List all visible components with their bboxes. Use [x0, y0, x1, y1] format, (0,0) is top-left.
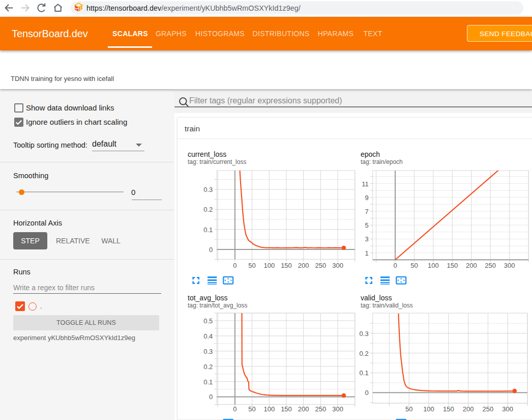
svg-text:200: 200: [466, 262, 477, 269]
svg-text:0.2: 0.2: [360, 350, 369, 357]
svg-text:150: 150: [447, 262, 458, 269]
svg-text:200: 200: [298, 405, 309, 413]
svg-text:0.5: 0.5: [203, 317, 213, 325]
svg-text:7: 7: [365, 208, 368, 215]
svg-text:0.3: 0.3: [360, 330, 369, 338]
svg-text:300: 300: [504, 262, 515, 269]
svg-text:0.4: 0.4: [203, 332, 213, 340]
svg-text:100: 100: [423, 405, 434, 413]
svg-text:250: 250: [485, 262, 496, 269]
svg-text:0.3: 0.3: [203, 186, 213, 193]
svg-text:0: 0: [365, 389, 368, 397]
svg-text:0: 0: [393, 262, 397, 269]
svg-text:100: 100: [263, 405, 275, 413]
svg-text:0.3: 0.3: [203, 348, 213, 355]
svg-text:0: 0: [209, 393, 213, 401]
svg-text:0: 0: [209, 246, 213, 254]
svg-text:0.1: 0.1: [203, 226, 213, 234]
svg-text:200: 200: [463, 405, 474, 413]
svg-text:150: 150: [443, 405, 454, 413]
svg-text:250: 250: [483, 405, 494, 413]
svg-text:3: 3: [365, 235, 368, 243]
svg-text:0.1: 0.1: [203, 378, 213, 386]
svg-text:200: 200: [298, 262, 309, 269]
svg-text:50: 50: [405, 405, 412, 413]
svg-text:50: 50: [410, 262, 418, 269]
svg-text:300: 300: [332, 405, 343, 413]
svg-text:0.2: 0.2: [203, 206, 213, 213]
svg-text:300: 300: [332, 262, 343, 269]
svg-text:11: 11: [362, 180, 369, 188]
svg-text:50: 50: [248, 262, 255, 269]
svg-text:0.2: 0.2: [203, 363, 213, 371]
svg-text:300: 300: [502, 405, 513, 413]
svg-text:0: 0: [233, 405, 237, 413]
svg-text:1: 1: [365, 249, 368, 257]
svg-text:250: 250: [315, 262, 327, 269]
svg-text:100: 100: [263, 262, 275, 269]
svg-text:9: 9: [365, 194, 368, 202]
svg-text:5: 5: [365, 221, 368, 229]
svg-text:150: 150: [281, 405, 292, 413]
svg-text:250: 250: [315, 405, 327, 413]
svg-text:50: 50: [248, 405, 255, 413]
svg-text:0: 0: [233, 262, 237, 269]
svg-text:150: 150: [281, 262, 292, 269]
svg-text:0.1: 0.1: [360, 369, 369, 377]
svg-text:100: 100: [428, 262, 439, 269]
